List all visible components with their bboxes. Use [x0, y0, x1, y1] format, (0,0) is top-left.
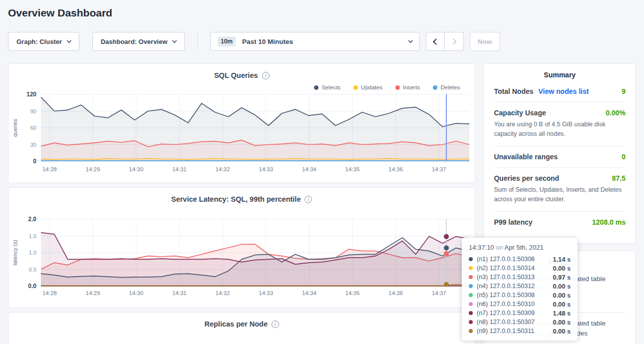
svg-text:14:37: 14:37: [432, 290, 446, 296]
total-nodes-value: 9: [622, 87, 626, 95]
svg-text:14:32: 14:32: [216, 166, 230, 172]
svg-text:14:28: 14:28: [42, 290, 57, 296]
graph-dropdown[interactable]: Graph: Cluster: [8, 32, 79, 51]
sql-queries-chart[interactable]: 030609012014:2814:2914:3014:3114:3214:33…: [10, 91, 473, 175]
svg-text:latency (s): latency (s): [12, 240, 18, 266]
qps-description: Sum of Selects, Updates, Inserts, and De…: [494, 185, 626, 205]
legend-dot: [353, 85, 358, 90]
p99-latency-label: P99 latency: [494, 218, 532, 226]
node-latency: 0.00 s: [553, 283, 571, 290]
legend-item-updates[interactable]: Updates: [353, 83, 382, 91]
tooltip-node-row: (n7) 127.0.0.1:503091.48 s: [469, 309, 571, 318]
legend-dot: [433, 85, 437, 90]
qps-value: 87.5: [612, 174, 626, 182]
info-icon[interactable]: i: [262, 72, 270, 79]
tooltip-node-row: (n6) 127.0.0.1:503100.00 s: [469, 300, 571, 309]
svg-text:14:35: 14:35: [345, 166, 360, 172]
legend-label: Inserts: [403, 84, 420, 90]
summary-row-capacity: Capacity Usage 0.00% You are using 0 B o…: [494, 102, 626, 146]
svg-text:14:29: 14:29: [86, 166, 100, 172]
unavailable-ranges-value: 0: [622, 153, 626, 161]
svg-text:90: 90: [30, 108, 36, 114]
node-color-dot: [469, 266, 473, 270]
node-address: (n1) 127.0.0.1:50306: [477, 256, 549, 263]
tooltip-node-row: (n9) 127.0.0.1:503110.00 s: [469, 327, 571, 336]
svg-text:14:28: 14:28: [42, 166, 57, 172]
tooltip-node-row: (n2) 127.0.0.1:503140.00 s: [469, 264, 571, 273]
summary-row-total-nodes: Total Nodes View nodes list 9: [494, 81, 626, 102]
chevron-down-icon: [67, 38, 72, 43]
node-address: (n2) 127.0.0.1:50314: [477, 265, 549, 272]
toolbar: Graph: Cluster Dashboard: Overview 10m P…: [8, 32, 636, 51]
unavailable-ranges-label: Unavailable ranges: [494, 153, 558, 161]
view-nodes-list-link[interactable]: View nodes list: [539, 87, 589, 95]
node-address: (n7) 127.0.0.1:50309: [477, 310, 549, 317]
page-title: Overview Dashboard: [0, 0, 644, 19]
node-latency: 0.00 s: [553, 319, 571, 326]
svg-text:0.0: 0.0: [28, 283, 37, 290]
tooltip-rows: (n1) 127.0.0.1:503061.14 s(n2) 127.0.0.1…: [469, 255, 571, 336]
node-latency: 0.00 s: [553, 265, 571, 272]
summary-row-p99-latency: P99 latency 1208.0 ms: [494, 211, 626, 233]
svg-text:queries: queries: [12, 118, 18, 137]
legend-dot: [314, 85, 319, 90]
node-latency: 0.00 s: [553, 301, 571, 308]
svg-text:14:37: 14:37: [432, 166, 446, 172]
svg-text:14:29: 14:29: [86, 290, 100, 296]
capacity-label: Capacity Usage: [494, 109, 546, 117]
legend-dot: [395, 85, 400, 90]
legend-item-selects[interactable]: Selects: [314, 83, 340, 91]
legend-item-deletes[interactable]: Deletes: [433, 83, 460, 91]
svg-text:14:36: 14:36: [388, 290, 403, 296]
node-color-dot: [469, 293, 473, 297]
node-address: (n3) 127.0.0.1:50313: [477, 274, 549, 281]
svg-text:30: 30: [30, 142, 36, 148]
tooltip-node-row: (n4) 127.0.0.1:503120.00 s: [469, 282, 571, 291]
svg-text:0: 0: [33, 158, 37, 165]
now-button[interactable]: Now: [470, 32, 500, 51]
summary-title: Summary: [484, 64, 636, 81]
time-step-buttons: [426, 32, 464, 51]
charts-column: SQL Queries i SelectsUpdatesInsertsDelet…: [8, 63, 475, 344]
time-next-button[interactable]: [445, 32, 464, 51]
total-nodes-label: Total Nodes: [494, 87, 533, 95]
summary-panel: Summary Total Nodes View nodes list 9 Ca…: [483, 63, 636, 244]
svg-text:14:31: 14:31: [172, 166, 187, 172]
svg-text:1.0: 1.0: [29, 250, 36, 256]
time-range-badge: 10m: [218, 36, 236, 46]
dashboard-dropdown[interactable]: Dashboard: Overview: [92, 32, 185, 51]
legend-item-inserts[interactable]: Inserts: [395, 83, 420, 91]
tooltip-date: Apr 5th, 2021: [505, 244, 544, 251]
node-latency: 1.14 s: [553, 256, 571, 263]
svg-text:14:30: 14:30: [129, 166, 143, 172]
svg-text:14:33: 14:33: [259, 290, 273, 296]
info-icon[interactable]: i: [272, 321, 279, 328]
time-range-dropdown[interactable]: 10m Past 10 Minutes: [210, 32, 420, 51]
node-latency: 0.00 s: [553, 328, 571, 335]
service-latency-chart[interactable]: 0.00.51.01.52.014:2814:2914:3014:3114:32…: [10, 214, 473, 299]
node-color-dot: [469, 284, 473, 288]
node-color-dot: [469, 311, 473, 315]
chart-title-replicas-per-node: Replicas per Node: [204, 320, 268, 328]
svg-text:2.0: 2.0: [28, 216, 37, 223]
toolbar-divider: [197, 32, 198, 50]
replicas-header: Replicas per Node i: [8, 320, 475, 328]
svg-text:14:32: 14:32: [216, 290, 230, 296]
sql-queries-header: SQL Queries i: [8, 71, 475, 79]
node-latency: 1.48 s: [553, 310, 571, 317]
tooltip-conjunction: on: [496, 244, 503, 251]
tooltip-node-row: (n8) 127.0.0.1:503070.00 s: [469, 318, 571, 327]
node-address: (n6) 127.0.0.1:50310: [477, 301, 549, 308]
tooltip-time: 14:37:10: [469, 244, 494, 251]
svg-text:1.5: 1.5: [29, 233, 36, 239]
svg-text:14:35: 14:35: [345, 290, 360, 296]
tooltip-node-row: (n5) 127.0.0.1:503080.00 s: [469, 291, 571, 300]
node-latency: 0.00 s: [553, 292, 571, 299]
chevron-right-icon: [450, 38, 457, 45]
svg-text:14:33: 14:33: [259, 166, 273, 172]
sql-queries-card: SQL Queries i SelectsUpdatesInsertsDelet…: [8, 63, 475, 183]
graph-dropdown-label: Graph: Cluster: [16, 38, 62, 45]
info-icon[interactable]: i: [305, 196, 312, 203]
node-color-dot: [469, 257, 473, 261]
time-prev-button[interactable]: [426, 32, 445, 51]
